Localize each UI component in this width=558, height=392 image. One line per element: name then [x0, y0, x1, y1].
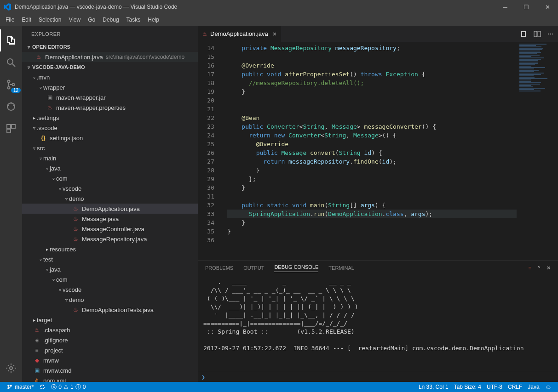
tree-folder-java[interactable]: ▿java — [22, 163, 198, 173]
activity-search[interactable] — [0, 51, 22, 74]
panel-tab-terminal[interactable]: TERMINAL — [328, 265, 354, 271]
tree-folder-src[interactable]: ▿src — [22, 143, 198, 153]
tree-file[interactable]: ⋔pom.xml — [22, 375, 198, 382]
xml-file-icon: ⋔ — [33, 377, 40, 382]
panel-tab-debug-console[interactable]: DEBUG CONSOLE — [274, 264, 318, 272]
activity-explorer[interactable] — [0, 29, 22, 51]
panel-maximize-icon[interactable]: ^ — [538, 265, 540, 271]
tree-folder-vscode[interactable]: ▿vscode — [22, 284, 198, 295]
tree-file[interactable]: ♨MessageRepository.java — [22, 234, 198, 244]
project-file-icon: ≡ — [33, 347, 40, 353]
java-file-icon: ♨ — [72, 226, 79, 232]
title-bar: DemoApplication.java — vscode-java-demo … — [0, 0, 558, 14]
tree-folder-demo[interactable]: ▿demo — [22, 193, 198, 204]
menu-debug[interactable]: Debug — [99, 16, 122, 24]
jar-file-icon: ▣ — [46, 94, 53, 101]
tab-close-icon[interactable]: × — [273, 30, 276, 38]
editor-tabs: ♨ DemoApplication.java × ⋯ — [198, 26, 558, 42]
open-editors-header[interactable]: ▿OPEN EDITORS — [22, 42, 198, 52]
menu-edit[interactable]: Edit — [18, 16, 35, 24]
tree-folder-com[interactable]: ▿com — [22, 274, 198, 284]
tree-file[interactable]: ◆mvnw — [22, 355, 198, 365]
window-minimize-button[interactable]: ─ — [495, 0, 516, 14]
tree-file[interactable]: ♨DemoApplicationTests.java — [22, 305, 198, 315]
status-sync[interactable] — [36, 384, 48, 390]
tree-folder-vscode[interactable]: ▿vscode — [22, 183, 198, 193]
tree-file-demoapp[interactable]: ♨DemoApplication.java — [22, 204, 198, 214]
debug-console-input[interactable]: ❯ — [198, 372, 558, 382]
status-tabsize[interactable]: Tab Size: 4 — [451, 383, 484, 391]
tree-folder-mvn[interactable]: ▿.mvn — [22, 72, 198, 82]
status-lncol[interactable]: Ln 33, Col 1 — [416, 383, 451, 391]
tree-file[interactable]: ♨MessageController.java — [22, 224, 198, 234]
menu-file[interactable]: File — [2, 16, 18, 24]
window-maximize-button[interactable]: ☐ — [516, 0, 537, 14]
window-close-button[interactable]: ✕ — [537, 0, 558, 14]
panel-tab-output[interactable]: OUTPUT — [243, 265, 264, 271]
clear-console-icon[interactable]: ≡ — [528, 265, 531, 271]
tree-folder-main[interactable]: ▿main — [22, 153, 198, 163]
java-file-icon: ♨ — [72, 205, 79, 212]
tree-file[interactable]: ♨Message.java — [22, 214, 198, 224]
tree-file[interactable]: {}settings.json — [22, 133, 198, 143]
tree-folder-target[interactable]: ▸target — [22, 315, 198, 325]
code-editor[interactable]: 1415161718192021222324252627282930313233… — [198, 42, 558, 260]
menu-selection[interactable]: Selection — [35, 16, 65, 24]
status-errors[interactable]: ⓧ 0 ⚠ 1 ⓘ 0 — [48, 383, 88, 391]
svg-point-12 — [10, 367, 12, 369]
menu-go[interactable]: Go — [84, 16, 99, 24]
project-header[interactable]: ▿VSCODE-JAVA-DEMO — [22, 62, 198, 72]
tree-file[interactable]: ▣mvnw.cmd — [22, 365, 198, 375]
tree-file[interactable]: ♨maven-wrapper.properties — [22, 102, 198, 113]
more-actions-icon[interactable]: ⋯ — [547, 30, 553, 37]
menu-help[interactable]: Help — [144, 16, 163, 24]
open-editor-item[interactable]: ♨ DemoApplication.java src\main\java\com… — [22, 52, 198, 62]
java-file-icon: ♨ — [33, 327, 40, 333]
editor-tab-demoapp[interactable]: ♨ DemoApplication.java × — [198, 26, 282, 42]
svg-point-2 — [8, 80, 10, 83]
svg-point-4 — [12, 84, 15, 86]
svg-line-1 — [12, 64, 15, 67]
menu-bar: File Edit Selection View Go Debug Tasks … — [0, 14, 558, 26]
tree-folder-resources[interactable]: ▸resources — [22, 244, 198, 254]
explorer-title: EXPLORER — [22, 26, 198, 42]
tree-folder-test[interactable]: ▿test — [22, 254, 198, 264]
code-content[interactable]: private MessageRepository messageReposit… — [223, 42, 517, 260]
bottom-panel: PROBLEMS OUTPUT DEBUG CONSOLE TERMINAL ≡… — [198, 260, 558, 382]
split-editor-icon[interactable] — [534, 30, 541, 38]
activity-bar: 12 — [0, 26, 22, 382]
tree-file[interactable]: ▣maven-wrapper.jar — [22, 92, 198, 102]
status-feedback-icon[interactable]: ☺ — [542, 383, 554, 391]
activity-scm[interactable]: 12 — [0, 74, 22, 96]
minimap[interactable] — [517, 42, 558, 260]
status-language[interactable]: Java — [525, 383, 542, 391]
panel-tab-problems[interactable]: PROBLEMS — [205, 265, 233, 271]
java-file-icon: ♨ — [35, 54, 42, 60]
editor-area: ♨ DemoApplication.java × ⋯ 1415161718192… — [198, 26, 558, 382]
activity-settings[interactable] — [0, 357, 22, 379]
maven-file-icon: ◆ — [33, 357, 40, 364]
activity-extensions[interactable] — [0, 118, 22, 140]
debug-console-output[interactable]: . ____ _ __ _ _ /\\ / ___'_ __ _ _(_)_ _… — [198, 275, 558, 372]
tree-folder-java[interactable]: ▿java — [22, 264, 198, 274]
menu-view[interactable]: View — [65, 16, 84, 24]
tree-folder-settings[interactable]: ▸.settings — [22, 113, 198, 123]
panel-close-icon[interactable]: ✕ — [546, 265, 551, 271]
tree-file[interactable]: ♨.classpath — [22, 325, 198, 335]
tree-file[interactable]: ≡.project — [22, 345, 198, 355]
tree-folder-com[interactable]: ▿com — [22, 173, 198, 183]
tree-folder-vscode[interactable]: ▿.vscode — [22, 123, 198, 133]
line-gutter: 1415161718192021222324252627282930313233… — [198, 42, 223, 260]
svg-rect-9 — [7, 125, 11, 128]
gitignore-file-icon: ◈ — [33, 337, 40, 343]
status-encoding[interactable]: UTF-8 — [484, 383, 505, 391]
status-branch[interactable]: master* — [4, 384, 36, 390]
tree-file[interactable]: ◈.gitignore — [22, 335, 198, 345]
menu-tasks[interactable]: Tasks — [123, 16, 144, 24]
tree-folder-demo[interactable]: ▿demo — [22, 295, 198, 305]
svg-rect-11 — [7, 129, 11, 133]
tree-folder-wrapper[interactable]: ▿wrapper — [22, 82, 198, 92]
compare-changes-icon[interactable] — [520, 30, 527, 38]
status-eol[interactable]: CRLF — [505, 383, 525, 391]
activity-debug[interactable] — [0, 96, 22, 118]
